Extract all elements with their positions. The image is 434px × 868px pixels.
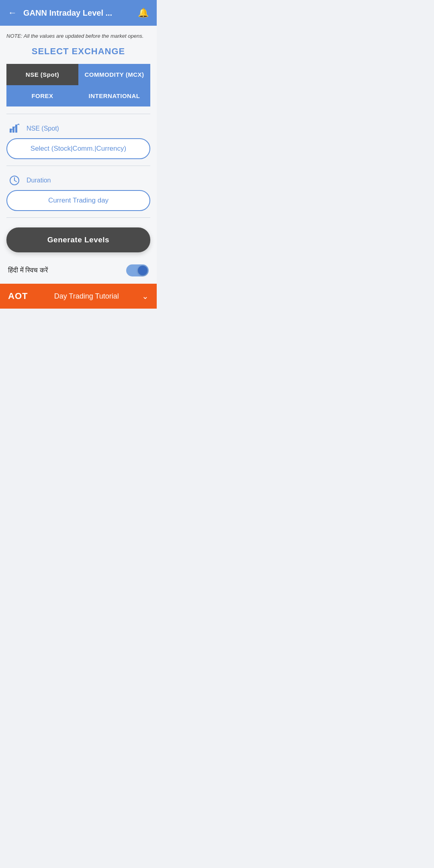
duration-section-row: Duration [6, 169, 150, 190]
svg-line-6 [14, 180, 16, 182]
select-exchange-title: SELECT EXCHANGE [6, 46, 150, 57]
aot-banner-text: Day Trading Tutorial [31, 292, 142, 301]
duration-label: Duration [27, 177, 51, 184]
duration-select-button[interactable]: Current Trading day [6, 190, 150, 211]
chart-icon [8, 123, 21, 134]
back-button[interactable]: ← [8, 8, 17, 18]
exchange-btn-forex[interactable]: FOREX [6, 85, 78, 106]
divider-3 [6, 217, 150, 218]
bell-icon[interactable]: 🔔 [138, 8, 149, 18]
hindi-toggle-switch[interactable] [126, 264, 149, 276]
exchange-btn-international[interactable]: INTERNATIONAL [78, 85, 150, 106]
exchange-btn-nse[interactable]: NSE (Spot) [6, 64, 78, 85]
stock-section-label: NSE (Spot) [27, 125, 59, 132]
hindi-toggle-label: हिंदी में स्विच करें [8, 266, 48, 274]
divider-2 [6, 166, 150, 166]
divider-1 [6, 114, 150, 114]
main-content: NOTE: All the values are updated before … [0, 26, 157, 284]
app-header: ← GANN Intraday Level ... 🔔 [0, 0, 157, 26]
exchange-btn-mcx[interactable]: COMMODITY (MCX) [78, 64, 150, 85]
toggle-thumb [138, 266, 147, 275]
aot-chevron-icon: ⌄ [142, 291, 149, 301]
aot-banner[interactable]: AOT Day Trading Tutorial ⌄ [0, 284, 157, 309]
header-title: GANN Intraday Level ... [23, 8, 138, 18]
exchange-grid: NSE (Spot) COMMODITY (MCX) FOREX INTERNA… [6, 64, 150, 106]
generate-levels-button[interactable]: Generate Levels [6, 227, 150, 252]
aot-logo: AOT [8, 291, 28, 301]
stock-section-row: NSE (Spot) [6, 117, 150, 138]
note-text: NOTE: All the values are updated before … [6, 33, 150, 39]
clock-icon [8, 175, 21, 186]
bottom-bar [0, 309, 157, 318]
stock-select-button[interactable]: Select (Stock|Comm.|Currency) [6, 138, 150, 159]
hindi-toggle-row: हिंदी में स्विच करें [6, 260, 150, 284]
